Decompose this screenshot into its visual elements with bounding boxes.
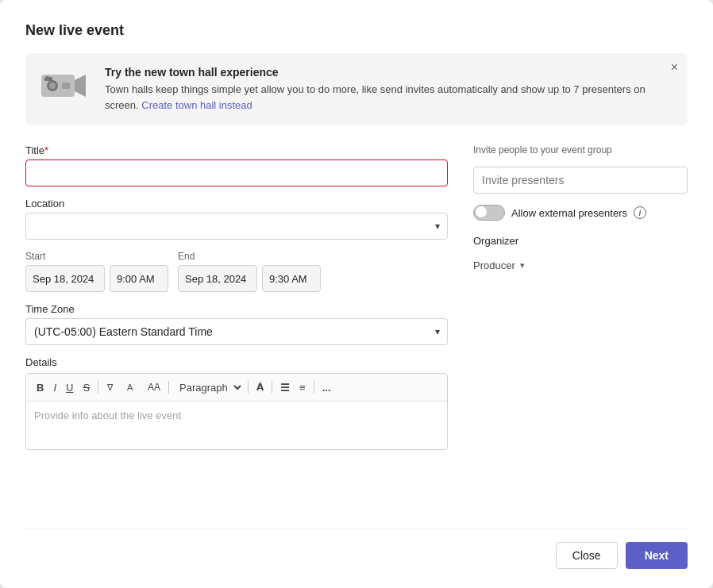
svg-text:∇: ∇ bbox=[106, 382, 114, 392]
paragraph-select[interactable]: Paragraph Heading 1 Heading 2 bbox=[173, 379, 244, 396]
left-panel: Title* Location ▾ Start S bbox=[25, 144, 448, 506]
title-label: Title* bbox=[25, 144, 448, 156]
allow-external-row: Allow external presenters i bbox=[473, 205, 688, 221]
town-hall-icon bbox=[40, 66, 91, 106]
create-town-hall-link[interactable]: Create town hall instead bbox=[141, 99, 252, 111]
end-label: End bbox=[178, 251, 321, 262]
details-label: Details bbox=[25, 356, 448, 368]
right-panel: Invite people to your event group Allow … bbox=[473, 144, 688, 506]
start-date[interactable]: Sep 18, 2024 bbox=[25, 265, 105, 292]
underline-button[interactable]: U bbox=[62, 380, 77, 395]
invite-presenters-input[interactable] bbox=[473, 167, 688, 194]
italic-button[interactable]: I bbox=[49, 380, 60, 395]
main-content: Title* Location ▾ Start S bbox=[25, 144, 688, 506]
start-group: Start Sep 18, 2024 9:00 AM bbox=[25, 251, 168, 292]
start-label: Start bbox=[25, 251, 168, 262]
list-bullet-button[interactable]: ☰ bbox=[276, 380, 294, 395]
timezone-select[interactable]: (UTC-05:00) Eastern Standard Time bbox=[25, 318, 448, 345]
allow-external-toggle[interactable] bbox=[473, 205, 505, 221]
toolbar-divider-2 bbox=[168, 381, 169, 394]
producer-chevron-icon: ▾ bbox=[520, 260, 525, 271]
timezone-label: Time Zone bbox=[25, 303, 448, 315]
svg-marker-5 bbox=[75, 75, 86, 97]
list-number-button[interactable]: ≡ bbox=[295, 380, 310, 395]
producer-row[interactable]: Producer ▾ bbox=[473, 255, 688, 276]
close-button[interactable]: Close bbox=[556, 542, 618, 569]
toolbar-divider-3 bbox=[248, 381, 249, 394]
location-select-wrapper: ▾ bbox=[25, 213, 448, 240]
dialog-footer: Close Next bbox=[25, 528, 688, 569]
start-time[interactable]: 9:00 AM bbox=[110, 265, 168, 292]
toolbar-divider-5 bbox=[314, 381, 314, 394]
svg-text:A: A bbox=[127, 382, 133, 392]
location-field-group: Location ▾ bbox=[25, 198, 448, 240]
banner-heading: Try the new town hall experience bbox=[105, 66, 673, 79]
new-live-event-dialog: New live event Try the new town hall exp… bbox=[0, 0, 713, 588]
date-time-row: Start Sep 18, 2024 9:00 AM End Sep 18, 2… bbox=[25, 251, 448, 292]
allow-external-label: Allow external presenters bbox=[511, 207, 627, 219]
svg-rect-3 bbox=[62, 83, 70, 89]
svg-point-2 bbox=[49, 83, 56, 89]
start-fields: Sep 18, 2024 9:00 AM bbox=[25, 265, 168, 292]
location-label: Location bbox=[25, 198, 448, 209]
title-field-group: Title* bbox=[25, 144, 448, 186]
timezone-field-group: Time Zone (UTC-05:00) Eastern Standard T… bbox=[25, 303, 448, 345]
organizer-label: Organizer bbox=[473, 235, 688, 247]
more-options-button[interactable]: ... bbox=[318, 380, 335, 395]
invite-label: Invite people to your event group bbox=[473, 144, 688, 156]
location-select[interactable] bbox=[25, 213, 448, 240]
end-group: End Sep 18, 2024 9:30 AM bbox=[178, 251, 321, 292]
banner-close-button[interactable]: × bbox=[671, 61, 678, 74]
strikethrough-button[interactable]: S bbox=[79, 380, 94, 395]
end-date[interactable]: Sep 18, 2024 bbox=[178, 265, 257, 292]
bold-button[interactable]: B bbox=[33, 380, 48, 395]
details-placeholder: Provide info about the live event bbox=[34, 409, 181, 421]
font-color-button[interactable]: ∇ bbox=[102, 379, 121, 396]
end-time[interactable]: 9:30 AM bbox=[262, 265, 321, 292]
title-input[interactable] bbox=[25, 159, 448, 186]
producer-label: Producer bbox=[473, 259, 515, 271]
details-section: Details B I U S ∇ A AA bbox=[25, 356, 448, 450]
details-editor: B I U S ∇ A AA Para bbox=[25, 373, 448, 450]
font-size-button[interactable]: AA bbox=[144, 380, 164, 394]
toolbar-divider-4 bbox=[272, 381, 272, 394]
dialog-title: New live event bbox=[25, 22, 688, 39]
timezone-select-wrapper: (UTC-05:00) Eastern Standard Time ▾ bbox=[25, 318, 448, 345]
svg-rect-6 bbox=[44, 77, 52, 81]
spell-check-button[interactable]: Ȧ bbox=[252, 380, 268, 394]
town-hall-banner: Try the new town hall experience Town ha… bbox=[25, 53, 688, 125]
toolbar-divider-1 bbox=[98, 381, 98, 394]
editor-toolbar: B I U S ∇ A AA Para bbox=[26, 374, 447, 402]
next-button[interactable]: Next bbox=[626, 542, 688, 569]
end-fields: Sep 18, 2024 9:30 AM bbox=[178, 265, 321, 292]
highlight-button[interactable]: A bbox=[123, 379, 142, 396]
details-editor-body[interactable]: Provide info about the live event bbox=[26, 402, 447, 449]
allow-external-info-icon[interactable]: i bbox=[634, 206, 646, 219]
banner-body: Town halls keep things simple yet allow … bbox=[105, 82, 673, 113]
banner-content: Try the new town hall experience Town ha… bbox=[105, 66, 673, 113]
